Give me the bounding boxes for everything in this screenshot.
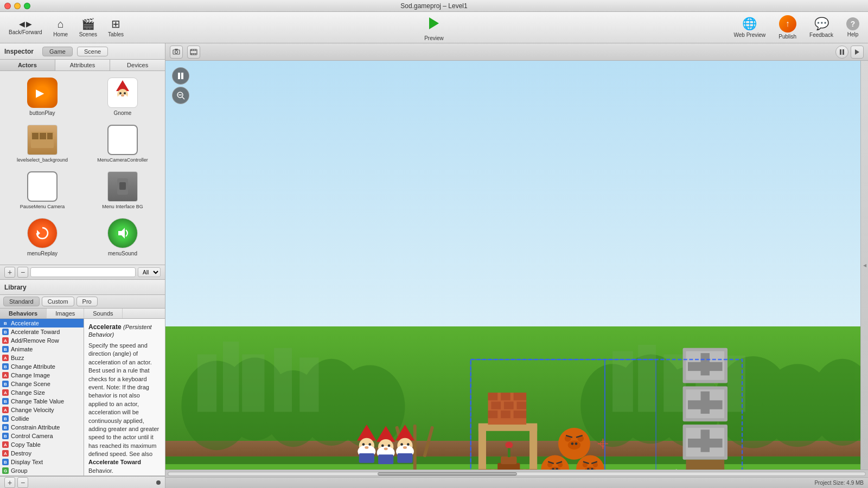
sounds-tab[interactable]: Sounds [84,309,122,318]
tables-label: Tables [108,31,124,37]
svg-point-70 [368,443,371,446]
web-preview-button[interactable]: 🌐 Web Preview [730,15,770,40]
back-forward-button[interactable]: ◀ ▶ Back/Forward [4,17,47,37]
behavior-item-buzz[interactable]: A Buzz [0,354,84,362]
behavior-item-accelerate[interactable]: B Accelerate [0,319,84,328]
scenes-button[interactable]: 🎬 Scenes [75,15,101,40]
svg-point-4 [119,92,122,94]
behavior-name: Add/Remove Row [11,337,59,344]
actor-item[interactable]: menuSound [85,216,161,259]
maximize-button[interactable] [24,3,30,9]
behavior-item-accelerate-toward[interactable]: B Accelerate Toward [0,328,84,336]
attributes-tab[interactable]: Attributes [55,60,111,70]
minimize-button[interactable] [14,3,21,9]
filter-input[interactable] [30,267,136,277]
svg-marker-29 [855,49,859,55]
custom-tab[interactable]: Custom [42,297,74,306]
pause-scene-btn[interactable] [835,46,848,59]
window-title: Sod.gameproj – Level1 [400,2,467,10]
behavior-item-animate[interactable]: B Animate [0,345,84,354]
svg-point-145 [505,442,513,448]
svg-point-5 [124,92,126,94]
behavior-item-display-text[interactable]: B Display Text [0,458,84,466]
svg-rect-87 [478,425,486,469]
behavior-item-group[interactable]: G Group [0,466,84,475]
svg-rect-152 [178,73,180,79]
behaviors-tab[interactable]: Behaviors [0,309,47,318]
inspector-header: Inspector Game Scene [0,43,165,60]
actor-item[interactable]: MenuCameraController [85,123,161,165]
inspector-title: Inspector [4,48,34,55]
devices-tab[interactable]: Devices [110,60,165,70]
actor-item[interactable]: Gnome [85,75,161,118]
scene-scrollbar[interactable] [165,470,868,477]
behavior-item-control-camera[interactable]: B Control Camera [0,432,84,440]
publish-button[interactable]: ↑ Publish [774,13,801,42]
svg-rect-140 [688,439,723,447]
actor-label-buttonplay: buttonPlay [29,110,55,116]
help-button[interactable]: ? Help [842,15,864,40]
add-library-button[interactable]: + [4,477,15,488]
behavior-item-constrain-attribute[interactable]: B Constrain Attribute [0,423,84,432]
behavior-item-add-remove-row[interactable]: A Add/Remove Row [0,336,84,345]
film-button[interactable] [187,46,200,59]
game-tab[interactable]: Game [42,47,73,56]
behavior-list: B Accelerate B Accelerate Toward A Add/R… [0,319,84,476]
behavior-item-in-app-purchase[interactable]: A In App Purchase Item [0,475,84,476]
behavior-item-change-table-value[interactable]: B Change Table Value [0,397,84,406]
tables-icon: ⊞ [111,17,120,30]
actors-tab[interactable]: Actors [0,60,55,70]
svg-point-16 [175,50,178,53]
actor-item[interactable]: ▶ buttonPlay [4,75,80,118]
play-scene-btn[interactable] [851,46,864,59]
behavior-item-change-attribute[interactable]: B Change Attribute [0,362,84,371]
tables-button[interactable]: ⊞ Tables [104,15,128,40]
behavior-item-change-velocity[interactable]: A Change Velocity [0,406,84,414]
svg-rect-102 [491,402,501,409]
actor-label-menu-camera: MenuCameraController [97,157,148,163]
pause-overlay-button[interactable] [172,67,189,85]
zoom-out-overlay-button[interactable] [172,87,189,104]
behavior-item-destroy[interactable]: A Destroy [0,449,84,458]
actor-item[interactable]: Menu Interface BG [85,169,161,211]
filter-select[interactable]: All [138,267,161,277]
preview-play-button[interactable] [424,14,444,33]
feedback-button[interactable]: 💬 Feedback [805,15,838,40]
actor-icon-gnome [107,78,138,108]
status-bar: Project Size: 4.9 MB [165,477,868,488]
behavior-item-change-size[interactable]: A Change Size [0,388,84,397]
window-controls[interactable] [4,3,30,9]
svg-rect-23 [195,49,196,50]
actor-item[interactable]: levelselect_background [4,123,80,165]
library-header: Library [0,280,165,295]
scene-tool-right [835,46,864,59]
pro-tab[interactable]: Pro [76,297,98,306]
behavior-item-change-image[interactable]: A Change Image [0,371,84,380]
remove-library-button[interactable]: − [17,477,28,488]
behavior-name: Change Table Value [11,398,64,404]
standard-tab[interactable]: Standard [3,297,40,306]
home-button[interactable]: ⌂ Home [49,16,73,40]
publish-label: Publish [778,34,796,40]
scene-tab[interactable]: Scene [77,47,108,56]
remove-actor-button[interactable]: − [17,267,28,278]
scene-right-handle[interactable]: ◀ [860,61,868,470]
actor-icon-menu-sound [107,218,138,248]
help-icon: ? [846,17,859,30]
add-actor-button[interactable]: + [4,267,15,278]
game-canvas[interactable]: ◀ [165,61,868,470]
behavior-name: Copy Table [11,441,41,448]
behavior-item-collide[interactable]: B Collide [0,414,84,423]
behavior-item-copy-table[interactable]: A Copy Table [0,440,84,449]
actor-item[interactable]: menuReplay [4,216,80,259]
behavior-name: Accelerate Toward [11,329,60,335]
camera-button[interactable] [170,46,183,59]
close-button[interactable] [4,3,11,9]
scrollbar-thumb[interactable] [378,472,517,476]
svg-rect-101 [514,393,527,400]
actor-label-levelbg: levelselect_background [17,157,68,163]
behavior-item-change-scene[interactable]: B Change Scene [0,380,84,388]
actor-item[interactable]: PauseMenu Camera [4,169,80,211]
actor-icon-pause-camera [27,171,58,202]
images-tab[interactable]: Images [47,309,84,318]
